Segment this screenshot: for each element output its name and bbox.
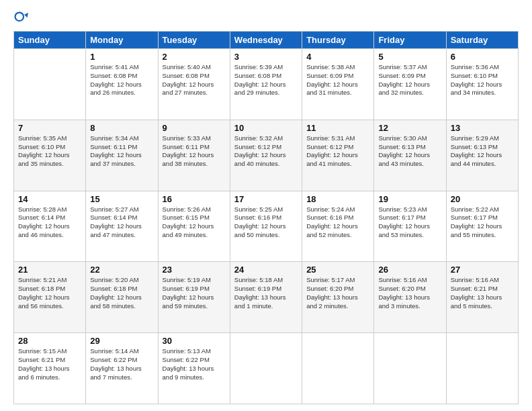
calendar-cell: 13Sunrise: 5:29 AM Sunset: 6:13 PM Dayli… <box>446 120 518 191</box>
day-number: 19 <box>378 194 441 204</box>
calendar-week-row: 28Sunrise: 5:15 AM Sunset: 6:21 PM Dayli… <box>14 333 519 404</box>
calendar-cell: 17Sunrise: 5:25 AM Sunset: 6:16 PM Dayli… <box>230 191 302 262</box>
calendar-day-header: Friday <box>374 32 446 49</box>
calendar-cell: 22Sunrise: 5:20 AM Sunset: 6:18 PM Dayli… <box>86 262 158 333</box>
calendar-cell: 8Sunrise: 5:34 AM Sunset: 6:11 PM Daylig… <box>86 120 158 191</box>
calendar-cell: 2Sunrise: 5:40 AM Sunset: 6:08 PM Daylig… <box>158 49 230 120</box>
calendar-cell: 18Sunrise: 5:24 AM Sunset: 6:16 PM Dayli… <box>302 191 374 262</box>
cell-content: Sunrise: 5:16 AM Sunset: 6:20 PM Dayligh… <box>378 276 441 310</box>
cell-content: Sunrise: 5:15 AM Sunset: 6:21 PM Dayligh… <box>18 347 81 381</box>
cell-content: Sunrise: 5:23 AM Sunset: 6:17 PM Dayligh… <box>378 205 441 240</box>
calendar-cell: 20Sunrise: 5:22 AM Sunset: 6:17 PM Dayli… <box>446 191 518 262</box>
header <box>13 11 519 26</box>
day-number: 27 <box>451 265 514 275</box>
calendar-cell: 10Sunrise: 5:32 AM Sunset: 6:12 PM Dayli… <box>230 120 302 191</box>
day-number: 4 <box>306 52 369 62</box>
day-number: 22 <box>90 265 153 275</box>
calendar-cell: 28Sunrise: 5:15 AM Sunset: 6:21 PM Dayli… <box>14 333 86 404</box>
calendar-week-row: 14Sunrise: 5:28 AM Sunset: 6:14 PM Dayli… <box>14 191 519 262</box>
day-number: 23 <box>163 265 226 275</box>
calendar-cell: 27Sunrise: 5:16 AM Sunset: 6:21 PM Dayli… <box>446 262 518 333</box>
calendar-week-row: 1Sunrise: 5:41 AM Sunset: 6:08 PM Daylig… <box>14 49 519 120</box>
day-number: 18 <box>306 194 369 204</box>
calendar-table: SundayMondayTuesdayWednesdayThursdayFrid… <box>13 31 519 404</box>
day-number: 7 <box>18 123 81 133</box>
cell-content: Sunrise: 5:38 AM Sunset: 6:09 PM Dayligh… <box>306 63 369 97</box>
day-number: 1 <box>90 52 153 62</box>
day-number: 12 <box>378 123 441 133</box>
calendar-cell: 6Sunrise: 5:36 AM Sunset: 6:10 PM Daylig… <box>446 49 518 120</box>
day-number: 9 <box>163 123 226 133</box>
cell-content: Sunrise: 5:40 AM Sunset: 6:08 PM Dayligh… <box>163 63 226 97</box>
day-number: 29 <box>90 336 153 346</box>
calendar-day-header: Saturday <box>446 32 518 49</box>
day-number: 13 <box>451 123 514 133</box>
calendar-cell: 14Sunrise: 5:28 AM Sunset: 6:14 PM Dayli… <box>14 191 86 262</box>
day-number: 3 <box>234 52 298 62</box>
calendar-cell <box>446 333 518 404</box>
cell-content: Sunrise: 5:20 AM Sunset: 6:18 PM Dayligh… <box>90 276 153 310</box>
cell-content: Sunrise: 5:14 AM Sunset: 6:22 PM Dayligh… <box>90 347 153 381</box>
calendar-cell: 29Sunrise: 5:14 AM Sunset: 6:22 PM Dayli… <box>86 333 158 404</box>
cell-content: Sunrise: 5:41 AM Sunset: 6:08 PM Dayligh… <box>90 63 153 97</box>
svg-marker-2 <box>24 13 28 17</box>
calendar-header-row: SundayMondayTuesdayWednesdayThursdayFrid… <box>14 32 519 49</box>
calendar-day-header: Wednesday <box>230 32 302 49</box>
day-number: 28 <box>18 336 81 346</box>
calendar-cell: 21Sunrise: 5:21 AM Sunset: 6:18 PM Dayli… <box>14 262 86 333</box>
cell-content: Sunrise: 5:31 AM Sunset: 6:12 PM Dayligh… <box>306 134 369 169</box>
cell-content: Sunrise: 5:37 AM Sunset: 6:09 PM Dayligh… <box>378 63 441 97</box>
calendar-week-row: 21Sunrise: 5:21 AM Sunset: 6:18 PM Dayli… <box>14 262 519 333</box>
calendar-cell: 12Sunrise: 5:30 AM Sunset: 6:13 PM Dayli… <box>374 120 446 191</box>
day-number: 10 <box>234 123 298 133</box>
calendar-cell: 3Sunrise: 5:39 AM Sunset: 6:08 PM Daylig… <box>230 49 302 120</box>
day-number: 15 <box>90 194 153 204</box>
cell-content: Sunrise: 5:32 AM Sunset: 6:12 PM Dayligh… <box>234 134 298 169</box>
calendar-cell: 16Sunrise: 5:26 AM Sunset: 6:15 PM Dayli… <box>158 191 230 262</box>
calendar-cell: 26Sunrise: 5:16 AM Sunset: 6:20 PM Dayli… <box>374 262 446 333</box>
cell-content: Sunrise: 5:24 AM Sunset: 6:16 PM Dayligh… <box>306 205 369 240</box>
calendar-cell <box>374 333 446 404</box>
calendar-cell: 15Sunrise: 5:27 AM Sunset: 6:14 PM Dayli… <box>86 191 158 262</box>
calendar-week-row: 7Sunrise: 5:35 AM Sunset: 6:10 PM Daylig… <box>14 120 519 191</box>
day-number: 8 <box>90 123 153 133</box>
day-number: 17 <box>234 194 298 204</box>
cell-content: Sunrise: 5:25 AM Sunset: 6:16 PM Dayligh… <box>234 205 298 240</box>
calendar-cell <box>14 49 86 120</box>
calendar-cell: 24Sunrise: 5:18 AM Sunset: 6:19 PM Dayli… <box>230 262 302 333</box>
calendar-cell <box>302 333 374 404</box>
calendar-day-header: Sunday <box>14 32 86 49</box>
svg-point-1 <box>16 13 23 20</box>
day-number: 20 <box>451 194 514 204</box>
cell-content: Sunrise: 5:29 AM Sunset: 6:13 PM Dayligh… <box>451 134 514 169</box>
calendar-cell: 19Sunrise: 5:23 AM Sunset: 6:17 PM Dayli… <box>374 191 446 262</box>
day-number: 30 <box>163 336 226 346</box>
cell-content: Sunrise: 5:33 AM Sunset: 6:11 PM Dayligh… <box>163 134 226 169</box>
logo-icon <box>13 11 28 26</box>
cell-content: Sunrise: 5:22 AM Sunset: 6:17 PM Dayligh… <box>451 205 514 240</box>
calendar-cell: 1Sunrise: 5:41 AM Sunset: 6:08 PM Daylig… <box>86 49 158 120</box>
day-number: 16 <box>163 194 226 204</box>
cell-content: Sunrise: 5:36 AM Sunset: 6:10 PM Dayligh… <box>451 63 514 97</box>
page: SundayMondayTuesdayWednesdayThursdayFrid… <box>0 0 532 411</box>
day-number: 25 <box>306 265 369 275</box>
logo <box>13 11 30 26</box>
cell-content: Sunrise: 5:21 AM Sunset: 6:18 PM Dayligh… <box>18 276 81 310</box>
calendar-cell: 11Sunrise: 5:31 AM Sunset: 6:12 PM Dayli… <box>302 120 374 191</box>
day-number: 26 <box>378 265 441 275</box>
cell-content: Sunrise: 5:16 AM Sunset: 6:21 PM Dayligh… <box>451 276 514 310</box>
cell-content: Sunrise: 5:28 AM Sunset: 6:14 PM Dayligh… <box>18 205 81 240</box>
calendar-cell: 4Sunrise: 5:38 AM Sunset: 6:09 PM Daylig… <box>302 49 374 120</box>
calendar-cell: 30Sunrise: 5:13 AM Sunset: 6:22 PM Dayli… <box>158 333 230 404</box>
cell-content: Sunrise: 5:27 AM Sunset: 6:14 PM Dayligh… <box>90 205 153 240</box>
day-number: 6 <box>451 52 514 62</box>
cell-content: Sunrise: 5:19 AM Sunset: 6:19 PM Dayligh… <box>163 276 226 310</box>
calendar-cell <box>230 333 302 404</box>
day-number: 2 <box>163 52 226 62</box>
calendar-cell: 7Sunrise: 5:35 AM Sunset: 6:10 PM Daylig… <box>14 120 86 191</box>
day-number: 11 <box>306 123 369 133</box>
day-number: 14 <box>18 194 81 204</box>
calendar-cell: 25Sunrise: 5:17 AM Sunset: 6:20 PM Dayli… <box>302 262 374 333</box>
day-number: 21 <box>18 265 81 275</box>
day-number: 5 <box>378 52 441 62</box>
